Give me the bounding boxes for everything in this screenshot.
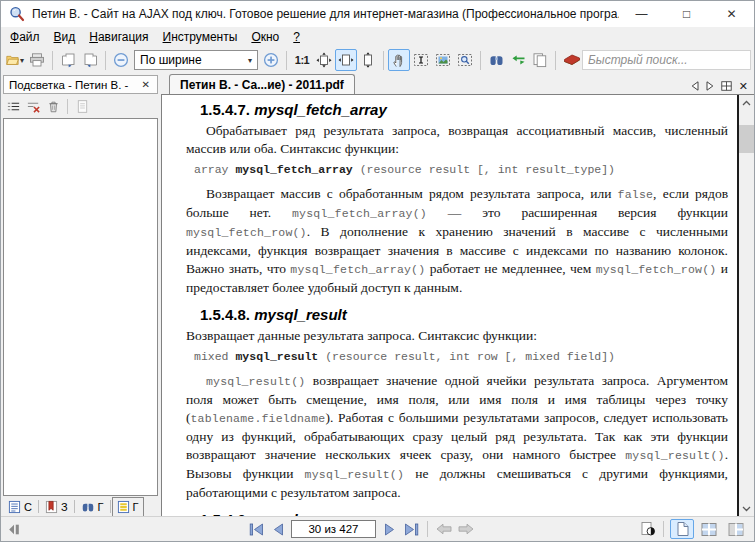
menu-tools[interactable]: Инструменты	[156, 28, 245, 47]
rotate-left-button[interactable]	[57, 49, 79, 71]
trash-icon	[46, 99, 61, 114]
minimize-button[interactable]: —	[619, 1, 664, 27]
continuous-view-button[interactable]	[697, 519, 721, 539]
sidebar-panel: Подсветка - Петин В. - ✕	[1, 73, 161, 516]
zoom-in-button[interactable]	[260, 49, 282, 71]
menu-navigation[interactable]: Навигация	[82, 28, 155, 47]
next-page-button[interactable]	[380, 520, 398, 538]
print-button[interactable]	[26, 49, 48, 71]
collapse-sidebar-button[interactable]	[4, 521, 24, 538]
maximize-button[interactable]: □	[664, 1, 709, 27]
scroll-up-button[interactable]	[739, 95, 754, 110]
contrast-button[interactable]	[639, 520, 657, 538]
scroll-down-button[interactable]	[739, 501, 754, 516]
document-tab[interactable]: Петин В. - Са...ие) - 2011.pdf	[169, 74, 355, 94]
fit-page-button[interactable]	[313, 49, 335, 71]
actual-size-button[interactable]: 1:1	[291, 49, 313, 71]
document-tab-label: Петин В. - Са...ие) - 2011.pdf	[180, 78, 344, 92]
text-select-icon	[413, 52, 429, 68]
delete-all-button[interactable]	[43, 97, 63, 116]
tab-separator	[74, 500, 75, 513]
tab-search[interactable]: Г	[76, 497, 109, 516]
rotate-page-right-icon	[82, 52, 99, 68]
toolbar-separator	[67, 99, 68, 114]
tab-bookmarks[interactable]: З	[40, 497, 73, 516]
fit-width-button[interactable]	[335, 49, 357, 71]
history-forward-button[interactable]	[457, 520, 475, 538]
single-page-view-button[interactable]	[670, 519, 694, 539]
list-lines-icon	[6, 99, 21, 114]
open-button[interactable]: ▾	[4, 49, 26, 71]
bookmark-icon	[45, 500, 58, 514]
text-select-tool-button[interactable]	[410, 49, 432, 71]
tab-contents[interactable]: С	[3, 497, 37, 516]
facing-pages-view-button[interactable]	[724, 519, 748, 539]
triangle-right-icon	[706, 81, 714, 91]
rotate-right-button[interactable]	[79, 49, 101, 71]
hand-icon	[391, 52, 407, 68]
history-back-button[interactable]	[435, 520, 453, 538]
delete-line-icon	[26, 99, 41, 114]
document-icon	[75, 99, 90, 114]
triangle-left-icon	[691, 81, 699, 91]
copy-button[interactable]	[529, 49, 551, 71]
fit-height-button[interactable]	[357, 49, 379, 71]
folder-open-icon	[6, 52, 19, 68]
tab-highlights[interactable]: Г	[112, 497, 144, 516]
single-page-icon	[675, 521, 690, 537]
scroll-tabs-right-button[interactable]	[706, 81, 714, 91]
toolbar-separator	[383, 51, 384, 70]
close-button[interactable]: ✕	[709, 1, 754, 27]
first-page-button[interactable]	[247, 520, 265, 538]
previous-page-button[interactable]	[269, 520, 287, 538]
binoculars-icon	[488, 52, 505, 68]
menu-window[interactable]: Окно	[244, 28, 286, 47]
toolbar-separator	[105, 51, 106, 70]
doc-heading: 1.5.4.7. mysql_fetch_array	[186, 101, 728, 118]
find-button[interactable]	[485, 49, 507, 71]
export-highlights-button[interactable]	[72, 97, 92, 116]
zoom-out-button[interactable]	[110, 49, 132, 71]
doc-paragraph: Возвращает данные результата запроса. Си…	[186, 327, 728, 345]
highlights-list[interactable]	[3, 118, 158, 496]
doc-paragraph: mysql_result() возвращает значение одной…	[186, 372, 728, 502]
scroll-tabs-left-button[interactable]	[691, 81, 699, 91]
menu-help[interactable]: ?	[286, 28, 307, 47]
sidebar-tabs: С З Г	[3, 496, 161, 516]
collapse-left-icon	[7, 523, 21, 536]
last-page-button[interactable]	[402, 520, 420, 538]
doc-paragraph: Обрабатывает ряд результата запроса, воз…	[186, 122, 728, 158]
contrast-icon	[640, 521, 656, 537]
page-number-field[interactable]	[291, 520, 376, 538]
zoom-mode-value: По ширине	[135, 53, 243, 67]
plus-circle-icon	[263, 52, 279, 68]
swap-arrows-icon	[510, 52, 527, 68]
toolbar-separator	[286, 51, 287, 70]
doc-code: array mysql_fetch_array (resource result…	[186, 161, 728, 177]
actual-size-label: 1:1	[295, 54, 309, 66]
window-title: Петин В. - Сайт на AJAX под ключ. Готово…	[32, 7, 619, 21]
doc-code: mixed mysql_result (resource result, int…	[186, 348, 728, 364]
scrollbar-thumb[interactable]	[739, 125, 754, 153]
document-page[interactable]: 1.5.4.7. mysql_fetch_arrayОбрабатывает р…	[162, 95, 739, 516]
title-bar: Петин В. - Сайт на AJAX под ключ. Готово…	[1, 1, 754, 27]
app-magnifier-icon	[9, 6, 25, 22]
minus-circle-icon	[113, 52, 129, 68]
quick-search	[562, 50, 751, 70]
swap-arrows-button[interactable]	[507, 49, 529, 71]
quick-search-input[interactable]	[582, 50, 751, 70]
sidebar-close-button[interactable]: ✕	[140, 79, 152, 90]
highlight-list-button[interactable]	[3, 97, 23, 116]
zoom-mode-select[interactable]: По ширине ▾	[134, 50, 258, 70]
vertical-scrollbar[interactable]	[739, 95, 754, 516]
tile-windows-button[interactable]	[721, 81, 732, 91]
chevron-down-icon: ▾	[243, 56, 257, 65]
image-select-tool-button[interactable]	[432, 49, 454, 71]
menu-view[interactable]: Вид	[47, 28, 83, 47]
tab-search-label: Г	[98, 501, 104, 513]
menu-file[interactable]: Файл	[3, 28, 47, 47]
zoom-select-tool-button[interactable]	[454, 49, 476, 71]
hand-tool-button[interactable]	[388, 49, 410, 71]
delete-highlight-button[interactable]	[23, 97, 43, 116]
close-document-button[interactable]: ✕	[739, 81, 748, 91]
